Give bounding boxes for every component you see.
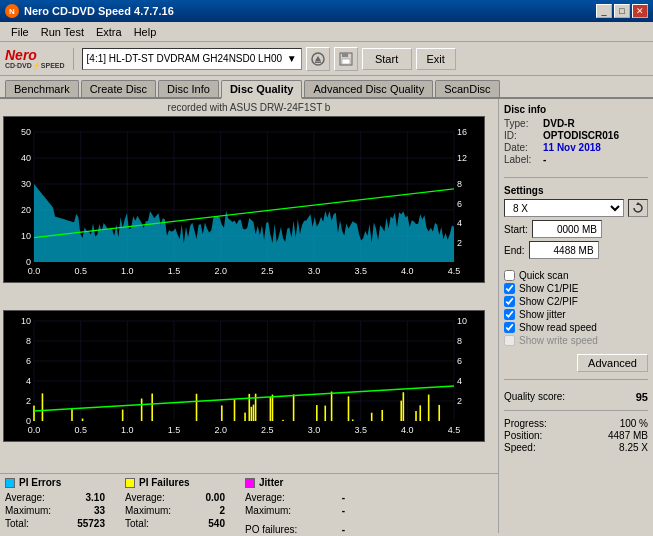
svg-rect-4: [342, 53, 348, 57]
tab-create-disc[interactable]: Create Disc: [81, 80, 156, 97]
title-bar: N Nero CD-DVD Speed 4.7.7.16 _ □ ✕: [0, 0, 653, 22]
show-write-speed-label: Show write speed: [519, 335, 598, 346]
progress-value: 100 %: [620, 418, 648, 429]
show-c1pie-checkbox[interactable]: [504, 283, 515, 294]
show-c2pif-checkbox[interactable]: [504, 296, 515, 307]
drive-selector[interactable]: [4:1] HL-DT-ST DVDRAM GH24NSD0 LH00 ▼: [82, 48, 302, 70]
show-read-speed-label: Show read speed: [519, 322, 597, 333]
tab-advanced-disc-quality[interactable]: Advanced Disc Quality: [304, 80, 433, 97]
bottom-chart-wrapper: [3, 310, 495, 470]
svg-marker-1: [315, 56, 321, 61]
start-label: Start:: [504, 224, 528, 235]
po-failures-value: -: [342, 524, 345, 535]
exit-button[interactable]: Exit: [416, 48, 456, 70]
disc-info-section: Disc info Type: DVD-R ID: OPTODISCR016 D…: [504, 104, 648, 166]
menu-extra[interactable]: Extra: [90, 25, 128, 39]
menu-bar: File Run Test Extra Help: [0, 22, 653, 42]
divider-2: [504, 379, 648, 380]
start-field[interactable]: [532, 220, 602, 238]
show-jitter-checkbox[interactable]: [504, 309, 515, 320]
speed-label: Speed:: [504, 442, 536, 453]
jitter-max-label: Maximum:: [245, 505, 291, 516]
pi-errors-stats: PI Errors Average: 3.10 Maximum: 33 Tota…: [5, 477, 105, 530]
quality-score-value: 95: [636, 391, 648, 403]
chart-stats-area: recorded with ASUS DRW-24F1ST b PI Error…: [0, 99, 498, 533]
quality-score-label: Quality score:: [504, 391, 565, 403]
maximize-button[interactable]: □: [614, 4, 630, 18]
pi-errors-avg-value: 3.10: [86, 492, 105, 503]
progress-label: Progress:: [504, 418, 547, 429]
end-label: End:: [504, 245, 525, 256]
eject-button[interactable]: [306, 47, 330, 71]
date-value: 11 Nov 2018: [543, 142, 601, 153]
save-button[interactable]: [334, 47, 358, 71]
speed-value: 8.25 X: [619, 442, 648, 453]
disc-info-title: Disc info: [504, 104, 648, 115]
pi-errors-max-label: Maximum:: [5, 505, 51, 516]
show-write-speed-checkbox: [504, 335, 515, 346]
chart-header: recorded with ASUS DRW-24F1ST b: [3, 102, 495, 113]
close-button[interactable]: ✕: [632, 4, 648, 18]
start-button[interactable]: Start: [362, 48, 412, 70]
tabs: Benchmark Create Disc Disc Info Disc Qua…: [0, 76, 653, 99]
pi-failures-max-label: Maximum:: [125, 505, 171, 516]
position-label: Position:: [504, 430, 542, 441]
end-field[interactable]: [529, 241, 599, 259]
id-label: ID:: [504, 130, 539, 141]
window-controls: _ □ ✕: [596, 4, 648, 18]
pi-errors-total-label: Total:: [5, 518, 29, 529]
pi-errors-avg-label: Average:: [5, 492, 45, 503]
toolbar: Nero CD·DVD⚡SPEED [4:1] HL-DT-ST DVDRAM …: [0, 42, 653, 76]
refresh-button[interactable]: [628, 199, 648, 217]
pi-failures-total-value: 540: [208, 518, 225, 529]
type-value: DVD-R: [543, 118, 575, 129]
quick-scan-label: Quick scan: [519, 270, 568, 281]
menu-file[interactable]: File: [5, 25, 35, 39]
jitter-avg-value: -: [342, 492, 345, 503]
tab-disc-quality[interactable]: Disc Quality: [221, 80, 303, 99]
id-value: OPTODISCR016: [543, 130, 619, 141]
pi-failures-avg-label: Average:: [125, 492, 165, 503]
minimize-button[interactable]: _: [596, 4, 612, 18]
jitter-color: [245, 478, 255, 488]
progress-section: Progress: 100 % Position: 4487 MB Speed:…: [504, 418, 648, 454]
svg-rect-2: [315, 61, 321, 63]
label-label: Label:: [504, 154, 539, 165]
show-jitter-label: Show jitter: [519, 309, 566, 320]
advanced-button[interactable]: Advanced: [577, 354, 648, 372]
pi-errors-total-value: 55723: [77, 518, 105, 529]
chart-area: recorded with ASUS DRW-24F1ST b: [0, 99, 498, 473]
speed-select[interactable]: 8 X: [504, 199, 624, 217]
pi-failures-max-value: 2: [219, 505, 225, 516]
stats-bar: PI Errors Average: 3.10 Maximum: 33 Tota…: [0, 473, 498, 533]
show-read-speed-checkbox[interactable]: [504, 322, 515, 333]
title-text: Nero CD-DVD Speed 4.7.7.16: [24, 5, 174, 17]
tab-benchmark[interactable]: Benchmark: [5, 80, 79, 97]
pi-failures-avg-value: 0.00: [206, 492, 225, 503]
menu-help[interactable]: Help: [128, 25, 163, 39]
pi-errors-max-value: 33: [94, 505, 105, 516]
menu-run-test[interactable]: Run Test: [35, 25, 90, 39]
settings-title: Settings: [504, 185, 648, 196]
jitter-stats: Jitter Average: - Maximum: - PO failures…: [245, 477, 345, 530]
main-content: recorded with ASUS DRW-24F1ST b PI Error…: [0, 99, 653, 533]
show-c2pif-label: Show C2/PIF: [519, 296, 578, 307]
date-label: Date:: [504, 142, 539, 153]
top-chart-wrapper: [3, 116, 495, 308]
tab-scan-disc[interactable]: ScanDisc: [435, 80, 499, 97]
divider-1: [504, 177, 648, 178]
nero-logo: Nero CD·DVD⚡SPEED: [5, 48, 74, 70]
type-label: Type:: [504, 118, 539, 129]
right-panel: Disc info Type: DVD-R ID: OPTODISCR016 D…: [498, 99, 653, 533]
quick-scan-checkbox[interactable]: [504, 270, 515, 281]
pi-failures-color: [125, 478, 135, 488]
position-value: 4487 MB: [608, 430, 648, 441]
pi-failures-total-label: Total:: [125, 518, 149, 529]
nero-logo-sub: CD·DVD⚡SPEED: [5, 62, 65, 70]
checkboxes-section: Quick scan Show C1/PIE Show C2/PIF Show …: [504, 270, 648, 348]
po-failures-label: PO failures:: [245, 524, 297, 535]
app-icon: N: [5, 4, 19, 18]
tab-disc-info[interactable]: Disc Info: [158, 80, 219, 97]
jitter-avg-label: Average:: [245, 492, 285, 503]
pi-errors-label: PI Errors: [19, 477, 61, 488]
